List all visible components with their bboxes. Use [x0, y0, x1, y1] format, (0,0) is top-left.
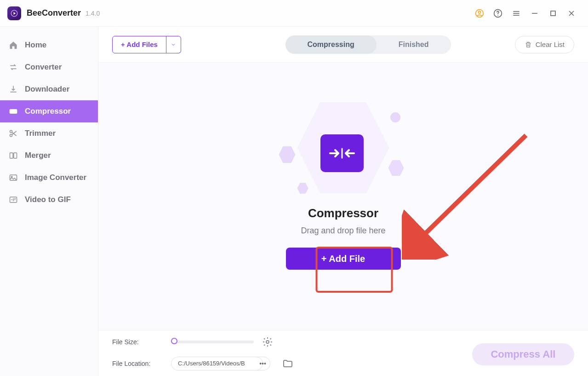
trash-icon: [525, 41, 532, 48]
merger-icon: [8, 150, 18, 161]
add-files-dropdown[interactable]: [166, 36, 181, 53]
svg-point-5: [497, 15, 498, 16]
tab-compressing[interactable]: Compressing: [285, 35, 376, 54]
compress-arrows-icon: [327, 144, 357, 162]
svg-rect-10: [551, 11, 555, 16]
home-icon: [8, 40, 18, 50]
settings-icon[interactable]: [262, 336, 273, 347]
add-file-big-button[interactable]: + Add File: [286, 248, 401, 270]
sidebar-item-label: Video to GIF: [25, 195, 71, 204]
scissors-icon: [8, 128, 18, 139]
slider-thumb[interactable]: [171, 338, 177, 344]
footer: File Size: File Location: C:/Users/86159…: [98, 330, 588, 376]
svg-rect-16: [10, 153, 13, 158]
app-title: BeeConverter: [27, 8, 81, 18]
sidebar-item-video-to-gif[interactable]: Video to GIF: [0, 189, 98, 211]
clear-list-label: Clear List: [536, 40, 565, 48]
svg-point-24: [266, 341, 269, 343]
close-button[interactable]: [562, 4, 581, 23]
sidebar-item-label: Converter: [25, 63, 62, 72]
help-icon[interactable]: [489, 4, 507, 23]
minimize-button[interactable]: [525, 4, 544, 23]
sidebar-item-compressor[interactable]: Compressor: [0, 100, 98, 122]
sidebar-item-label: Home: [25, 40, 46, 50]
toolbar: + Add Files Compressing Finished Clear L…: [98, 27, 588, 63]
account-icon[interactable]: [470, 4, 489, 23]
image-icon: [8, 173, 18, 183]
sidebar-item-label: Downloader: [25, 85, 69, 94]
sidebar-item-image-converter[interactable]: Image Converter: [0, 167, 98, 189]
app-logo: [7, 6, 21, 20]
gif-icon: [8, 195, 18, 205]
page-title: Compressor: [308, 206, 378, 220]
sidebar-item-label: Compressor: [25, 107, 71, 116]
browse-more-button[interactable]: •••: [256, 357, 270, 370]
sidebar-item-downloader[interactable]: Downloader: [0, 78, 98, 100]
svg-point-3: [479, 11, 481, 13]
file-size-label: File Size:: [112, 338, 163, 346]
maximize-button[interactable]: [544, 4, 562, 23]
menu-icon[interactable]: [507, 4, 525, 23]
clear-list-button[interactable]: Clear List: [515, 36, 574, 53]
status-tabs: Compressing Finished: [285, 35, 451, 54]
drop-hint: Drag and drop file here: [301, 226, 385, 236]
compressor-illustration: [284, 99, 403, 196]
sidebar-item-trimmer[interactable]: Trimmer: [0, 122, 98, 145]
sidebar: Home Converter Downloader Compressor Tri…: [0, 27, 98, 376]
converter-icon: [8, 62, 18, 72]
annotation-arrow: [402, 131, 535, 260]
compress-all-button[interactable]: Compress All: [472, 343, 574, 365]
sidebar-item-label: Image Converter: [25, 173, 86, 182]
svg-point-15: [10, 134, 12, 137]
sidebar-item-label: Trimmer: [25, 129, 56, 138]
sidebar-item-label: Merger: [25, 151, 51, 160]
titlebar: BeeConverter 1.4.0: [0, 0, 588, 27]
add-files-button[interactable]: + Add Files: [112, 36, 166, 53]
sidebar-item-merger[interactable]: Merger: [0, 145, 98, 167]
app-version: 1.4.0: [86, 10, 100, 17]
download-icon: [8, 84, 18, 94]
svg-marker-1: [14, 12, 16, 15]
sidebar-item-converter[interactable]: Converter: [0, 56, 98, 78]
svg-point-14: [10, 130, 12, 133]
file-size-slider[interactable]: [171, 341, 254, 343]
svg-line-23: [417, 135, 526, 242]
file-location-label: File Location:: [112, 360, 163, 367]
tab-finished[interactable]: Finished: [377, 35, 451, 54]
open-folder-icon[interactable]: [282, 358, 293, 369]
file-location-input[interactable]: C:/Users/86159/Videos/B: [171, 357, 263, 370]
content-area: Compressor Drag and drop file here + Add…: [98, 63, 588, 330]
compressor-icon: [8, 106, 18, 116]
svg-rect-17: [14, 153, 17, 158]
sidebar-item-home[interactable]: Home: [0, 34, 98, 56]
